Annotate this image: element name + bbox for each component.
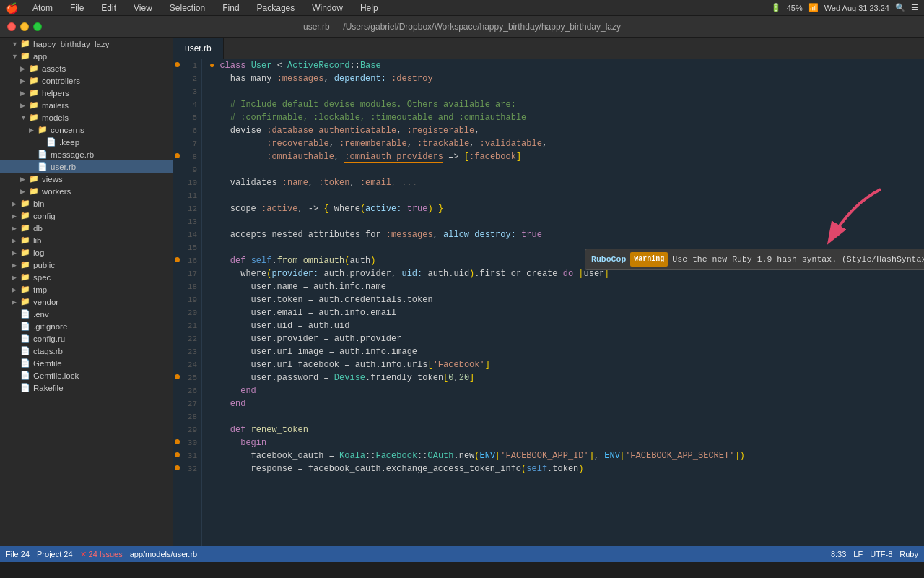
atom-menu[interactable]: Atom [30,3,56,13]
line-21: 21 [173,319,197,332]
line-26: 26 [173,384,197,397]
code-line-29: def renew_token [209,423,924,436]
window-menu[interactable]: Window [309,3,346,13]
sidebar-project-root[interactable]: ▼ 📁 happy_birthday_lazy [0,38,173,50]
code-line-23: user.url_image = auth.info.image [209,345,924,358]
view-menu[interactable]: View [131,3,155,13]
editor-content[interactable]: 1 2 3 4 5 6 7 8 9 10 11 12 13 14 15 16 1… [173,59,924,546]
sidebar-item-spec[interactable]: ▶ 📁 spec [0,271,173,283]
editor-container: user.rb 1 2 3 4 5 6 7 8 9 10 11 12 13 14… [173,38,924,546]
sidebar-item-keep[interactable]: 📄 .keep [0,136,173,148]
minimize-button[interactable] [20,22,29,31]
edit-menu[interactable]: Edit [98,3,119,13]
sidebar-item-app[interactable]: ▼ 📁 app [0,50,173,62]
folder-label: models [42,113,69,122]
tooltip-source: RuboCop [591,253,626,266]
code-line-3 [209,85,924,98]
sidebar-item-models[interactable]: ▼ 📁 models [0,111,173,124]
folder-icon: 📁 [20,236,30,245]
file-label: Gemfile.lock [33,371,79,380]
sidebar-item-controllers[interactable]: ▶ 📁 controllers [0,74,173,87]
cursor-position: 8:33 [831,550,846,558]
code-line-31: facebook_oauth = Koala::Facebook::OAuth.… [209,449,924,462]
find-menu[interactable]: Find [219,3,242,13]
code-line-7: :recoverable, :rememberable, :trackable,… [209,137,924,150]
sidebar-item-message-rb[interactable]: 📄 message.rb [0,148,173,160]
folder-label: bin [33,199,44,208]
folder-label: views [42,175,63,184]
sidebar-item-tmp[interactable]: ▶ 📁 tmp [0,283,173,296]
file-icon: 📄 [20,371,30,380]
folder-label: controllers [42,77,80,85]
sidebar-item-mailers[interactable]: ▶ 📁 mailers [0,99,173,111]
maximize-button[interactable] [33,22,42,31]
line-24: 24 [173,358,197,371]
help-menu[interactable]: Help [357,3,381,13]
sidebar-item-helpers[interactable]: ▶ 📁 helpers [0,87,173,99]
sidebar-item-gitignore[interactable]: 📄 .gitignore [0,320,173,332]
sidebar-item-config-ru[interactable]: 📄 config.ru [0,332,173,345]
sidebar-item-user-rb[interactable]: 📄 user.rb [0,160,173,173]
sidebar-item-gemfile-lock[interactable]: 📄 Gemfile.lock [0,369,173,381]
sidebar-item-concerns[interactable]: ▶ 📁 concerns [0,124,173,136]
sidebar-item-public[interactable]: ▶ 📁 public [0,259,173,271]
issues-count[interactable]: ✕ 24 Issues [80,550,123,559]
sidebar-item-db[interactable]: ▶ 📁 db [0,222,173,234]
arrow-icon: ▶ [12,200,20,207]
sidebar-item-assets[interactable]: ▶ 📁 assets [0,62,173,74]
sidebar-item-env[interactable]: 📄 .env [0,308,173,320]
sidebar-item-config[interactable]: ▶ 📁 config [0,210,173,222]
file-label: ctags.rb [33,347,63,355]
battery-percent: 45% [787,4,803,12]
sidebar-item-workers[interactable]: ▶ 📁 workers [0,185,173,197]
file-count: File 24 [6,550,30,558]
sidebar-item-vendor[interactable]: ▶ 📁 vendor [0,296,173,308]
arrow-icon: ▶ [12,274,20,281]
sidebar-item-rakefile[interactable]: 📄 Rakefile [0,381,173,394]
line-27: 27 [173,397,197,410]
line-7: 7 [173,137,197,150]
code-line-24: user.url_facebook = auth.info.urls['Face… [209,358,924,371]
line-9: 9 [173,163,197,176]
packages-menu[interactable]: Packages [254,3,298,13]
sidebar-item-log[interactable]: ▶ 📁 log [0,246,173,259]
code-line-10: validates :name, :token, :email, ... [209,176,924,189]
line-17: 17 [173,267,197,280]
code-line-6: devise :database_authenticatable, :regis… [209,124,924,137]
file-icon: 📄 [20,383,30,392]
line-numbers: 1 2 3 4 5 6 7 8 9 10 11 12 13 14 15 16 1… [173,59,202,546]
line-20: 20 [173,306,197,319]
line-30: 30 [173,436,197,449]
close-button[interactable] [7,22,16,31]
window-title: user.rb — /Users/gabriel/Dropbox/Workspa… [303,22,621,32]
line-10: 10 [173,176,197,189]
sidebar-item-views[interactable]: ▶ 📁 views [0,173,173,185]
file-icon: 📄 [20,346,30,355]
line-2: 2 [173,72,197,85]
file-label: message.rb [51,150,94,159]
arrow-icon: ▶ [20,77,29,85]
selection-menu[interactable]: Selection [167,3,208,13]
tab-user-rb[interactable]: user.rb [173,38,224,59]
sidebar-item-gemfile[interactable]: 📄 Gemfile [0,357,173,369]
file-menu[interactable]: File [67,3,87,13]
folder-icon: 📁 [20,211,30,220]
folder-icon: 📁 [29,174,39,184]
traffic-lights [7,22,42,31]
folder-icon: 📁 [20,223,30,233]
folder-label: app [33,52,47,61]
folder-icon: 📁 [29,113,39,122]
apple-menu[interactable]: 🍎 [6,2,18,14]
arrow-icon: ▶ [29,126,38,134]
line-31: 31 [173,449,197,462]
issues-label: 24 Issues [89,550,123,558]
folder-icon: 📁 [20,285,30,294]
datetime: Wed Aug 31 23:24 [824,4,889,12]
line-1: 1 [173,59,197,72]
sidebar-item-ctags-rb[interactable]: 📄 ctags.rb [0,345,173,357]
search-icon[interactable]: 🔍 [895,3,905,12]
file-label: Gemfile [33,359,62,368]
hamburger-icon[interactable]: ☰ [911,3,918,12]
sidebar-item-bin[interactable]: ▶ 📁 bin [0,197,173,210]
sidebar-item-lib[interactable]: ▶ 📁 lib [0,234,173,246]
